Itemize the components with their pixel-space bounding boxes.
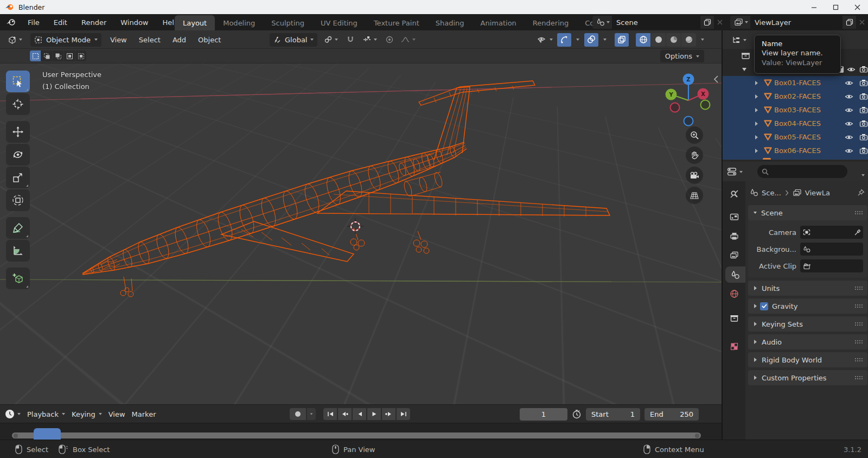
- tab-shading[interactable]: Shading: [427, 15, 473, 30]
- ortho-toggle-button[interactable]: [686, 187, 703, 204]
- outliner-row-box01[interactable]: Box01-FACES: [723, 76, 868, 90]
- tab-texture-paint[interactable]: Texture Paint: [366, 15, 427, 30]
- disable-camera-icon[interactable]: [859, 147, 868, 154]
- disable-camera-icon[interactable]: [859, 106, 868, 113]
- camera-field[interactable]: [800, 226, 863, 239]
- unlink-scene-icon[interactable]: [714, 16, 726, 29]
- gizmo-dropdown[interactable]: [574, 33, 582, 47]
- hide-eye-icon[interactable]: [845, 107, 853, 113]
- outliner-row-box05[interactable]: Box05-FACES: [723, 130, 868, 144]
- snap-target-dropdown[interactable]: [361, 33, 379, 47]
- select-mode-extend[interactable]: [41, 50, 52, 61]
- tool-transform[interactable]: [6, 189, 30, 211]
- tool-add-cube[interactable]: [6, 268, 30, 289]
- show-overlays-toggle[interactable]: [584, 33, 598, 47]
- background-scene-field[interactable]: [800, 243, 863, 256]
- play-button[interactable]: [367, 408, 381, 420]
- breadcrumb-scene[interactable]: Sce...: [762, 189, 781, 197]
- outliner-row-box02[interactable]: Box02-FACES: [723, 90, 868, 103]
- section-keying-sets[interactable]: Keying Sets: [748, 316, 867, 332]
- jump-to-start-button[interactable]: [323, 408, 337, 420]
- disable-camera-icon[interactable]: [859, 66, 868, 73]
- expand-arrow-icon[interactable]: [755, 94, 758, 99]
- menu-object[interactable]: Object: [195, 31, 224, 48]
- scene-name-field[interactable]: Scene: [612, 16, 700, 29]
- select-mode-invert[interactable]: [64, 50, 75, 61]
- drag-handle-icon[interactable]: [854, 286, 863, 290]
- new-scene-button[interactable]: [700, 16, 714, 29]
- new-view-layer-button[interactable]: [843, 16, 856, 29]
- editor-type-outliner-button[interactable]: [731, 33, 746, 47]
- disable-camera-icon[interactable]: [859, 93, 868, 100]
- menu-add[interactable]: Add: [169, 31, 189, 48]
- expand-arrow-icon[interactable]: [755, 149, 758, 153]
- transform-orientation-dropdown[interactable]: Global: [270, 33, 317, 47]
- section-audio[interactable]: Audio: [748, 334, 867, 349]
- tool-annotate[interactable]: [6, 217, 30, 239]
- timeline-scrollbar[interactable]: [12, 432, 701, 438]
- use-preview-range-icon[interactable]: [572, 409, 582, 419]
- drag-handle-icon[interactable]: [854, 340, 863, 344]
- show-gizmo-toggle[interactable]: [557, 33, 571, 47]
- outliner-row-box04[interactable]: Box04-FACES: [723, 117, 868, 130]
- tab-tool-properties[interactable]: [723, 186, 745, 202]
- tab-rendering[interactable]: Rendering: [525, 15, 577, 30]
- scene-panel-header[interactable]: Scene: [748, 205, 867, 220]
- tab-object-properties[interactable]: [723, 310, 745, 326]
- expand-arrow-icon[interactable]: [755, 135, 758, 139]
- eyedropper-icon[interactable]: [854, 229, 861, 236]
- disable-camera-icon[interactable]: [859, 79, 868, 86]
- drag-handle-icon[interactable]: [854, 376, 863, 380]
- view-layer-icon[interactable]: [730, 16, 750, 29]
- next-keyframe-button[interactable]: [382, 408, 395, 420]
- visibility-dropdown[interactable]: [535, 33, 554, 47]
- drag-handle-icon[interactable]: [854, 304, 863, 308]
- select-mode-set[interactable]: [30, 50, 41, 61]
- expand-arrow-icon[interactable]: [755, 81, 758, 85]
- menu-window[interactable]: Window: [113, 14, 155, 30]
- menu-render[interactable]: Render: [74, 14, 113, 30]
- tab-texture-properties[interactable]: [723, 338, 745, 354]
- properties-search-input[interactable]: [757, 165, 847, 178]
- view-layer-name-field[interactable]: ViewLayer: [750, 16, 843, 29]
- prev-frame-button[interactable]: [353, 408, 366, 420]
- disable-camera-icon[interactable]: [859, 120, 868, 127]
- sidebar-collapse-arrow[interactable]: [713, 75, 719, 84]
- keying-menu[interactable]: Keying: [72, 408, 102, 421]
- current-frame-field[interactable]: 1: [520, 408, 567, 421]
- tab-modeling[interactable]: Modeling: [215, 15, 263, 30]
- proportional-editing-toggle[interactable]: [383, 33, 396, 47]
- drag-handle-icon[interactable]: [854, 211, 863, 215]
- tool-rotate[interactable]: [6, 144, 30, 166]
- tab-animation[interactable]: Animation: [473, 15, 525, 30]
- gravity-checkbox[interactable]: [760, 302, 768, 310]
- expand-arrow-icon[interactable]: [755, 108, 758, 112]
- menu-view[interactable]: View: [107, 31, 130, 48]
- hide-eye-icon[interactable]: [845, 120, 853, 127]
- section-gravity[interactable]: Gravity: [748, 298, 867, 314]
- breadcrumb-view-layer[interactable]: ViewLa: [805, 189, 830, 197]
- hide-eye-icon[interactable]: [845, 80, 853, 86]
- pan-hand-button[interactable]: [686, 147, 703, 164]
- editor-type-3dview-button[interactable]: [4, 33, 25, 47]
- minimize-button[interactable]: [803, 0, 825, 14]
- scene-icon[interactable]: [592, 16, 612, 29]
- select-mode-subtract[interactable]: [53, 50, 63, 61]
- snap-magnet-toggle[interactable]: [344, 33, 356, 47]
- auto-keying-dropdown[interactable]: [307, 408, 316, 420]
- xray-toggle[interactable]: [615, 33, 629, 47]
- overlays-dropdown[interactable]: [601, 33, 609, 47]
- pin-icon[interactable]: [857, 189, 865, 196]
- navigation-gizmo[interactable]: Z Y X: [663, 71, 715, 129]
- tab-view-layer-properties[interactable]: [723, 247, 745, 263]
- hide-eye-icon[interactable]: [845, 93, 853, 100]
- tool-move[interactable]: [6, 121, 30, 143]
- playback-menu[interactable]: Playback: [27, 408, 65, 421]
- hide-eye-icon[interactable]: [847, 66, 856, 73]
- outliner-row-box03[interactable]: Box03-FACES: [723, 103, 868, 117]
- hide-eye-icon[interactable]: [845, 134, 853, 141]
- close-button[interactable]: [846, 0, 868, 14]
- frame-end-field[interactable]: End 250: [644, 408, 699, 421]
- zoom-button[interactable]: [686, 126, 703, 144]
- disable-camera-icon[interactable]: [859, 133, 868, 141]
